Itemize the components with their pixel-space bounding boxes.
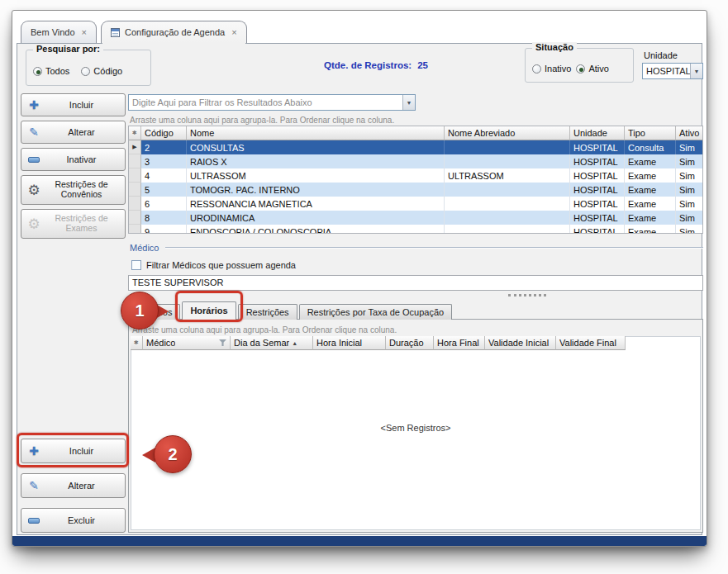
- tab-label: Bem Vindo: [31, 27, 75, 37]
- pesquisar-groupbox: Pesquisar por: TodosCódigo: [26, 50, 151, 86]
- unidade-label: Unidade: [644, 50, 678, 60]
- excluir-button[interactable]: Excluir: [21, 508, 126, 533]
- column-header-tipo[interactable]: Tipo: [625, 126, 676, 140]
- document-tabstrip: Bem Vindo × Configuração de Agenda ×: [21, 21, 247, 43]
- radio-todos[interactable]: Todos: [33, 66, 69, 76]
- column-header-validade-inicial[interactable]: Validade Inicial: [485, 336, 556, 350]
- table-row[interactable]: 9ENDOSCOPIA / COLONOSCOPIAHOSPITALExameS…: [129, 225, 703, 233]
- records-count-label: Qtde. de Registros:: [324, 60, 412, 70]
- annotation-box-incluir: [17, 433, 129, 467]
- row-indicator: [129, 183, 141, 197]
- unidade-value: HOSPITAL: [643, 66, 690, 76]
- radio-icon: [33, 67, 42, 76]
- row-indicator: [129, 168, 141, 183]
- column-header-validade-final[interactable]: Validade Final: [556, 336, 626, 350]
- inativar-button[interactable]: Inativar: [21, 148, 126, 171]
- agenda-grid: ✱CódigoNomeNome AbreviadoUnidadeTipoAtiv…: [128, 126, 703, 234]
- sort-asc-icon: ▲: [292, 340, 297, 346]
- medico-selected-field[interactable]: TESTE SUPERVISOR: [128, 275, 703, 291]
- chevron-down-icon[interactable]: ▼: [690, 64, 702, 78]
- horarios-tabpage: Arraste uma coluna aqui para agrupa-la. …: [128, 319, 703, 533]
- row-indicator: ▶: [129, 140, 141, 154]
- alterar-button[interactable]: ✎Alterar: [21, 121, 126, 144]
- agenda-grid-header: ✱CódigoNomeNome AbreviadoUnidadeTipoAtiv…: [129, 126, 703, 140]
- chevron-down-icon[interactable]: ▼: [402, 95, 415, 110]
- situacao-groupbox: Situação InativoAtivo: [525, 48, 634, 83]
- tab-configuracao-de-agenda[interactable]: Configuração de Agenda ×: [101, 21, 247, 43]
- table-row[interactable]: 6RESSONANCIA MAGNETICAHOSPITALExameSim: [129, 197, 703, 211]
- group-by-hint: Arraste uma coluna aqui para agrupa-la. …: [130, 116, 394, 125]
- group-by-hint: Arraste uma coluna aqui para agrupa-la. …: [132, 325, 397, 334]
- plus-icon: ✚: [26, 98, 42, 111]
- row-indicator: [129, 154, 141, 168]
- radio-ativo[interactable]: Ativo: [576, 64, 608, 74]
- filter-combobox[interactable]: Digite Aqui para Filtrar os Resultados A…: [128, 94, 416, 111]
- gear-icon: ⚙: [26, 216, 42, 233]
- checkbox-label: Filtrar Médicos que possuem agenda: [146, 260, 296, 270]
- splitter-grip[interactable]: [508, 294, 546, 296]
- tab-restricoes[interactable]: Restrições: [238, 304, 297, 320]
- gear-icon: ⚙: [26, 182, 42, 199]
- tab-restricoes-por-taxa-de-ocupacao[interactable]: Restrições por Taxa de Ocupação: [299, 304, 453, 320]
- column-header-duracao[interactable]: Duração: [386, 336, 434, 350]
- empty-records-text: <Sem Registros>: [131, 423, 700, 433]
- filter-icon[interactable]: [219, 339, 226, 346]
- column-header-nome[interactable]: Nome: [187, 126, 445, 140]
- schedule-grid-header: ✱MédicoDia da Semar▲Hora InicialDuraçãoH…: [131, 336, 626, 350]
- table-row[interactable]: 4ULTRASSOMULTRASSOMHOSPITALExameSim: [129, 168, 703, 183]
- inativar-bar-icon: [28, 157, 40, 163]
- sidebar-top-buttons: ✚Incluir✎AlterarInativar⚙Restrições de C…: [21, 93, 126, 243]
- section-title: Médico: [130, 243, 159, 253]
- close-icon[interactable]: ×: [231, 27, 236, 37]
- grid-corner-icon: ✱: [129, 126, 141, 140]
- table-row[interactable]: 5TOMOGR. PAC. INTERNOHOSPITALExameSim: [129, 183, 703, 197]
- row-indicator: [129, 225, 141, 233]
- medico-section-header: Médico: [130, 243, 703, 253]
- column-header-codigo[interactable]: Código: [141, 126, 187, 140]
- section-divider: [165, 247, 703, 249]
- column-header-hora-inicial[interactable]: Hora Inicial: [313, 336, 386, 350]
- tab-label: Configuração de Agenda: [125, 27, 225, 37]
- records-count: Qtde. de Registros: 25: [252, 60, 500, 70]
- tab-bem-vindo[interactable]: Bem Vindo ×: [21, 21, 97, 43]
- radio-icon: [576, 64, 585, 74]
- radio-codigo[interactable]: Código: [81, 66, 122, 76]
- groupbox-title: Pesquisar por:: [33, 44, 103, 54]
- filter-placeholder: Digite Aqui para Filtrar os Resultados A…: [129, 97, 402, 107]
- schedule-grid-empty-area: <Sem Registros>: [131, 336, 701, 530]
- table-row[interactable]: 3RAIOS XHOSPITALExameSim: [129, 154, 703, 168]
- table-row[interactable]: 8URODINAMICAHOSPITALExameSim: [129, 211, 703, 225]
- column-header-hora-final[interactable]: Hora Final: [434, 336, 485, 350]
- close-icon[interactable]: ×: [82, 27, 87, 37]
- situacao-radio-group: InativoAtivo: [526, 49, 633, 82]
- pencil-icon: ✎: [26, 479, 42, 492]
- unidade-combobox[interactable]: HOSPITAL ▼: [642, 63, 703, 79]
- annotation-step-1: 1: [121, 292, 159, 330]
- restricoes-de-convenios-button[interactable]: ⚙Restrições de Convênios: [21, 175, 126, 205]
- column-header-dia-da-semar[interactable]: Dia da Semar▲: [231, 336, 313, 350]
- groupbox-title: Situação: [532, 42, 577, 52]
- annotation-box-horarios: [175, 291, 243, 322]
- alterar-button[interactable]: ✎Alterar: [21, 473, 126, 498]
- pesquisar-radio-group: TodosCódigo: [26, 50, 150, 85]
- agenda-tab-icon: [111, 28, 120, 37]
- column-header-unidade[interactable]: Unidade: [570, 126, 625, 140]
- radio-icon: [81, 67, 90, 76]
- filter-medicos-checkbox-row: Filtrar Médicos que possuem agenda: [131, 260, 296, 270]
- checkbox-icon[interactable]: [131, 260, 141, 270]
- column-header-nome-abreviado[interactable]: Nome Abreviado: [445, 126, 570, 140]
- inativar-bar-icon: [28, 518, 40, 524]
- restricoes-de-exames-button: ⚙Restrições de Exames: [21, 209, 126, 239]
- agenda-grid-body: ▶2CONSULTASHOSPITALConsultaSim3RAIOS XHO…: [129, 140, 703, 233]
- row-indicator: [129, 197, 141, 211]
- table-row[interactable]: ▶2CONSULTASHOSPITALConsultaSim: [129, 140, 703, 154]
- pencil-icon: ✎: [26, 126, 42, 139]
- radio-inativo[interactable]: Inativo: [532, 64, 571, 74]
- radio-icon: [532, 64, 541, 74]
- column-header-ativo[interactable]: Ativo: [676, 126, 703, 140]
- annotation-step-2: 2: [154, 435, 192, 473]
- grid-corner-icon: ✱: [131, 336, 143, 350]
- column-header-medico[interactable]: Médico: [143, 336, 231, 350]
- row-indicator: [129, 211, 141, 225]
- incluir-button[interactable]: ✚Incluir: [21, 93, 126, 116]
